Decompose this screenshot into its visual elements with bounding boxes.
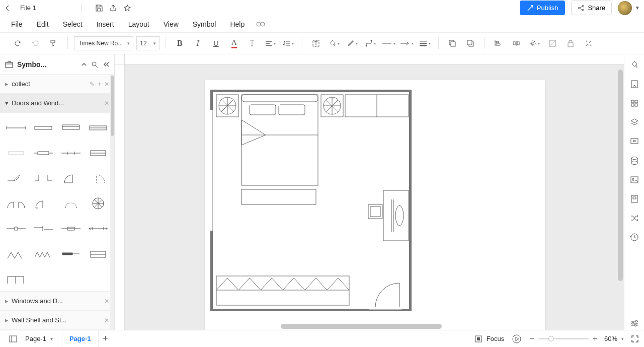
settings-toggle-icon[interactable] bbox=[628, 317, 641, 330]
undo-button[interactable] bbox=[10, 36, 25, 51]
menu-insert[interactable]: Insert bbox=[90, 17, 121, 31]
save-icon[interactable] bbox=[92, 1, 106, 15]
underline-button[interactable]: U bbox=[208, 36, 223, 51]
menu-select[interactable]: Select bbox=[56, 17, 90, 31]
text-box-button[interactable]: T bbox=[308, 36, 324, 51]
symbol-opening-2[interactable] bbox=[31, 143, 55, 163]
symbol-wall-3[interactable] bbox=[59, 118, 83, 138]
symbol-door-arc-2[interactable] bbox=[86, 168, 110, 188]
italic-button[interactable]: I bbox=[190, 36, 205, 51]
distribute-button[interactable] bbox=[509, 36, 524, 51]
connector-button[interactable] bbox=[363, 36, 378, 51]
line-style-button[interactable] bbox=[381, 36, 396, 51]
avatar[interactable] bbox=[618, 1, 632, 15]
theme-icon[interactable] bbox=[628, 58, 641, 72]
symbol-sliding-4[interactable] bbox=[86, 219, 110, 239]
collapse-panel-icon[interactable] bbox=[102, 61, 109, 68]
menu-edit[interactable]: Edit bbox=[30, 17, 56, 31]
history-icon[interactable] bbox=[628, 231, 641, 244]
line-spacing-button[interactable] bbox=[281, 36, 296, 51]
zoom-in-button[interactable]: + bbox=[593, 334, 597, 343]
close-icon[interactable]: ✕ bbox=[104, 317, 109, 324]
presentation-icon[interactable] bbox=[628, 135, 641, 148]
page-setup-icon[interactable] bbox=[628, 78, 641, 91]
add-icon[interactable]: + bbox=[98, 81, 101, 88]
bring-front-button[interactable] bbox=[463, 36, 478, 51]
symbol-door-2[interactable] bbox=[31, 168, 55, 188]
symbol-garage-door[interactable] bbox=[86, 244, 110, 264]
arrow-style-button[interactable] bbox=[399, 36, 414, 51]
canvas[interactable] bbox=[115, 54, 624, 330]
symbol-triple-opening[interactable] bbox=[4, 269, 28, 289]
effects-button[interactable] bbox=[527, 36, 542, 51]
zoom-slider[interactable] bbox=[538, 338, 589, 339]
symbol-door-1[interactable] bbox=[4, 168, 28, 188]
outline-icon[interactable] bbox=[5, 335, 21, 342]
menu-file[interactable]: File bbox=[4, 17, 30, 31]
line-color-button[interactable] bbox=[345, 36, 360, 51]
symbol-double-door-2[interactable] bbox=[31, 193, 55, 214]
layers-icon[interactable] bbox=[628, 116, 641, 129]
canvas-v-scrollbar[interactable] bbox=[618, 70, 623, 281]
close-icon[interactable]: ✕ bbox=[104, 100, 109, 107]
font-color-button[interactable]: A bbox=[226, 36, 242, 51]
symbol-bifold-1[interactable] bbox=[4, 244, 28, 264]
play-icon[interactable] bbox=[512, 334, 521, 343]
symbol-bifold-2[interactable] bbox=[31, 244, 55, 264]
symbol-opening-1[interactable] bbox=[4, 143, 28, 163]
section-doors-windows[interactable]: ▾ Doors and Wind... ✕ bbox=[0, 94, 114, 113]
symbol-window-1[interactable] bbox=[86, 143, 110, 163]
font-family-select[interactable]: Times New Ro... bbox=[74, 36, 133, 50]
canvas-h-scrollbar[interactable] bbox=[281, 324, 442, 329]
symbol-sliding-1[interactable] bbox=[4, 219, 28, 239]
section-wall-shell[interactable]: ▸ Wall Shell and St... ✕ bbox=[0, 311, 114, 330]
zoom-level[interactable]: 60% bbox=[604, 335, 617, 342]
symbol-double-door-3[interactable] bbox=[59, 193, 83, 214]
share-button[interactable]: Share bbox=[571, 1, 612, 15]
component-icon[interactable] bbox=[628, 192, 641, 205]
fullscreen-icon[interactable] bbox=[631, 335, 639, 343]
send-back-button[interactable] bbox=[445, 36, 460, 51]
symbol-sliding-2[interactable] bbox=[31, 219, 55, 239]
align-button[interactable] bbox=[263, 36, 278, 51]
symbol-door-arc-1[interactable] bbox=[59, 168, 83, 188]
symbol-wall-4[interactable] bbox=[86, 118, 110, 138]
shuffle-icon[interactable] bbox=[628, 212, 641, 225]
zoom-out-button[interactable]: − bbox=[529, 334, 534, 343]
star-icon[interactable] bbox=[120, 1, 134, 15]
symbol-opening-3[interactable] bbox=[59, 143, 83, 163]
close-icon[interactable]: ✕ bbox=[104, 81, 109, 88]
symbol-wall-2[interactable] bbox=[31, 118, 55, 138]
symbol-double-door-1[interactable] bbox=[4, 193, 28, 214]
section-windows[interactable]: ▸ Windows and D... ✕ bbox=[0, 292, 114, 311]
floorplan-drawing[interactable] bbox=[210, 90, 412, 311]
bold-button[interactable]: B bbox=[172, 36, 187, 51]
symbol-pocket-1[interactable] bbox=[59, 244, 83, 264]
grid-icon[interactable] bbox=[628, 97, 641, 110]
focus-mode[interactable]: Focus bbox=[474, 335, 504, 343]
symbol-wall-1[interactable] bbox=[4, 118, 28, 138]
image-icon[interactable] bbox=[628, 173, 641, 186]
line-weight-button[interactable] bbox=[417, 36, 432, 51]
preview-icon[interactable] bbox=[256, 21, 266, 28]
page-selector[interactable]: Page-1 ▾ bbox=[21, 335, 57, 342]
page-tab-active[interactable]: Page-1 bbox=[62, 330, 99, 347]
format-painter-button[interactable] bbox=[46, 36, 61, 51]
symbol-sliding-3[interactable] bbox=[59, 219, 83, 239]
menu-view[interactable]: View bbox=[156, 17, 186, 31]
align-objects-button[interactable] bbox=[491, 36, 506, 51]
close-icon[interactable]: ✕ bbox=[104, 298, 109, 305]
edit-icon[interactable]: ✎ bbox=[90, 81, 95, 88]
export-icon[interactable] bbox=[106, 1, 120, 15]
font-size-select[interactable]: 12 bbox=[136, 36, 159, 50]
publish-button[interactable]: Publish bbox=[520, 1, 566, 15]
redo-button[interactable] bbox=[28, 36, 43, 51]
symbol-revolving-door[interactable] bbox=[86, 193, 110, 214]
search-icon[interactable] bbox=[91, 61, 98, 68]
section-collect[interactable]: ▸ collect ✎ + ✕ bbox=[0, 75, 114, 94]
avatar-menu-caret[interactable]: ▼ bbox=[635, 5, 640, 11]
lock-button[interactable] bbox=[563, 36, 578, 51]
text-direction-button[interactable] bbox=[245, 36, 260, 51]
menu-layout[interactable]: Layout bbox=[121, 17, 156, 31]
panel-scrollbar[interactable] bbox=[110, 75, 114, 330]
